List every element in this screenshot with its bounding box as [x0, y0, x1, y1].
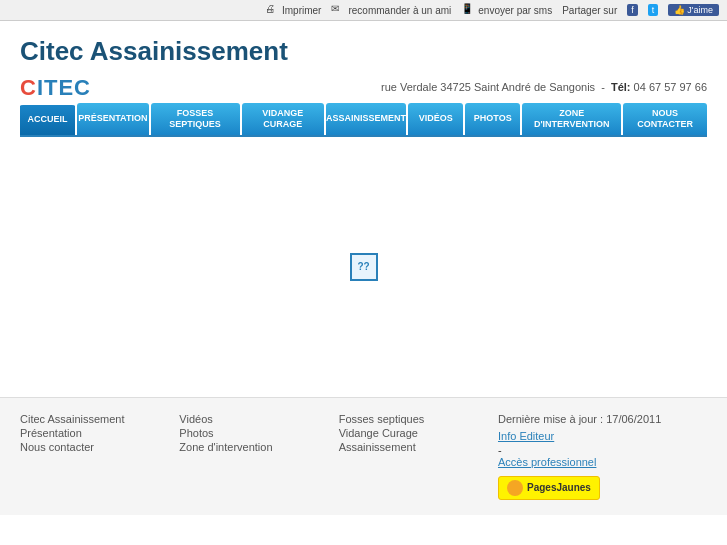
content-placeholder: ??	[350, 253, 378, 281]
nav-bar: ACCUEIL PRÉSENTATION FOSSES SEPTIQUES VI…	[20, 103, 707, 137]
footer-link-citec[interactable]: Citec Assainissement	[20, 413, 159, 425]
footer-link-zone[interactable]: Zone d'intervention	[179, 441, 318, 453]
footer-link-vidange[interactable]: Vidange Curage	[339, 427, 478, 439]
info-editeur-link[interactable]: Info Editeur	[498, 430, 707, 442]
recommend-icon: ✉	[331, 3, 345, 17]
send-sms-button[interactable]: 📱 envoyer par sms	[461, 3, 552, 17]
site-footer: Citec Assainissement Présentation Nous c…	[0, 397, 727, 515]
phone-number: 04 67 57 97 66	[634, 81, 707, 93]
last-update: Dernière mise à jour : 17/06/2011	[498, 413, 707, 425]
nav-item-assainissement[interactable]: ASSAINISSEMENT	[326, 103, 406, 135]
header-top: CITEC rue Verdale 34725 Saint André de S…	[20, 77, 707, 99]
site-logo: CITEC	[20, 77, 91, 99]
nav-item-zone[interactable]: ZONE D'INTERVENTION	[522, 103, 621, 135]
recommend-button[interactable]: ✉ recommander à un ami	[331, 3, 451, 17]
footer-link-fosses[interactable]: Fosses septiques	[339, 413, 478, 425]
address-area: rue Verdale 34725 Saint André de Sangoni…	[381, 77, 707, 93]
nav-item-presentation[interactable]: PRÉSENTATION	[77, 103, 149, 135]
footer-col-4: Dernière mise à jour : 17/06/2011 Info E…	[498, 413, 707, 500]
address-text: rue Verdale 34725 Saint André de Sangoni…	[381, 81, 595, 93]
site-header: CITEC rue Verdale 34725 Saint André de S…	[0, 72, 727, 137]
nav-item-fosses[interactable]: FOSSES SEPTIQUES	[151, 103, 240, 135]
main-content: ??	[0, 137, 727, 397]
footer-special-links: Info Editeur - Accès professionnel	[498, 430, 707, 468]
logo-area: CITEC	[20, 77, 91, 99]
footer-link-contact[interactable]: Nous contacter	[20, 441, 159, 453]
twitter-button[interactable]: t	[648, 4, 659, 16]
footer-col-2: Vidéos Photos Zone d'intervention	[179, 413, 318, 500]
like-button[interactable]: 👍 J'aime	[668, 4, 719, 16]
nav-item-accueil[interactable]: ACCUEIL	[20, 103, 75, 135]
footer-col-3: Fosses septiques Vidange Curage Assainis…	[339, 413, 478, 500]
pagesjaunes-label: PagesJaunes	[527, 482, 591, 493]
pagesjaunes-icon	[507, 480, 523, 496]
nav-item-vidange[interactable]: VIDANGE CURAGE	[242, 103, 324, 135]
acces-pro-link[interactable]: Accès professionnel	[498, 456, 707, 468]
print-button[interactable]: 🖨 Imprimer	[265, 3, 321, 17]
footer-col-1: Citec Assainissement Présentation Nous c…	[20, 413, 159, 500]
nav-item-contact[interactable]: NOUS CONTACTER	[623, 103, 707, 135]
share-label: Partager sur	[562, 5, 617, 16]
page-title: Citec Assainissement	[20, 36, 707, 67]
footer-link-videos[interactable]: Vidéos	[179, 413, 318, 425]
footer-link-photos[interactable]: Photos	[179, 427, 318, 439]
facebook-button[interactable]: f	[627, 4, 638, 16]
phone-label: Tél:	[611, 81, 631, 93]
print-icon: 🖨	[265, 3, 279, 17]
page-title-area: Citec Assainissement	[0, 21, 727, 72]
logo-itec: ITEC	[37, 75, 91, 100]
footer-link-assainissement[interactable]: Assainissement	[339, 441, 478, 453]
top-toolbar: 🖨 Imprimer ✉ recommander à un ami 📱 envo…	[0, 0, 727, 21]
logo-c: C	[20, 75, 37, 100]
sms-icon: 📱	[461, 3, 475, 17]
footer-link-presentation[interactable]: Présentation	[20, 427, 159, 439]
nav-item-photos[interactable]: PHOTOS	[465, 103, 520, 135]
nav-item-videos[interactable]: VIDÉOS	[408, 103, 463, 135]
pagesjaunes-badge[interactable]: PagesJaunes	[498, 476, 600, 500]
thumbs-up-icon: 👍	[674, 5, 685, 15]
